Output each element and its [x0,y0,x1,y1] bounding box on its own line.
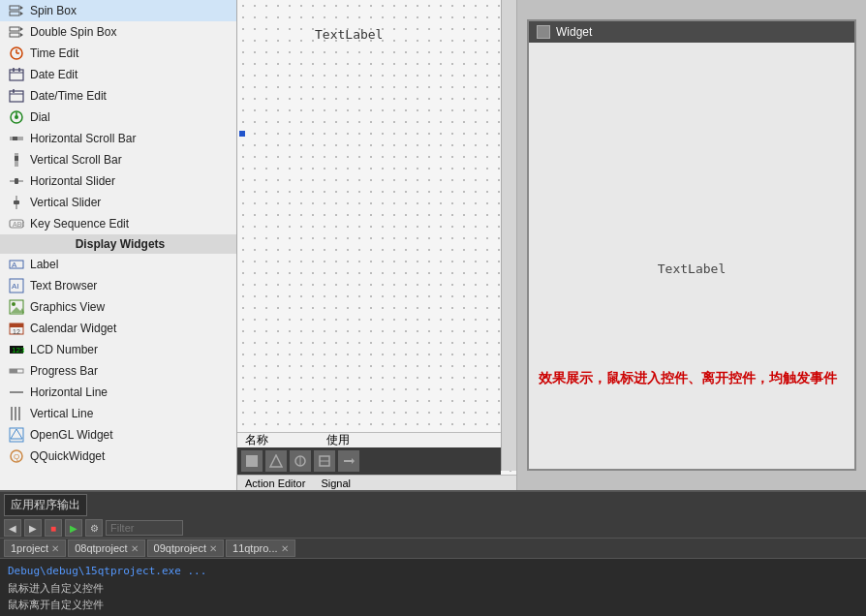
console-btn-stop[interactable]: ■ [45,519,62,537]
sidebar-item-text-browser[interactable]: AI Text Browser [0,275,236,296]
bottom-tab-2[interactable]: Signal [321,477,351,489]
sidebar-label-hscroll: Horizontal Scroll Bar [30,132,136,145]
widget-text-label: TextLabel [658,262,726,276]
properties-col1: 名称 [245,432,268,448]
sidebar-item-spin-box[interactable]: Spin Box [0,0,236,21]
svg-rect-53 [246,455,258,467]
sidebar-item-time-edit[interactable]: Time Edit [0,43,236,64]
project-tab-3[interactable]: 11qtpro... ✕ [226,539,294,557]
project-tab-2[interactable]: 09qtproject ✕ [147,539,224,557]
project-tab-0[interactable]: 1project ✕ [4,539,66,557]
bottom-tab-1[interactable]: Action Editor [245,477,305,489]
console-content: Debug\debug\15qtproject.exe ... 鼠标进入自定义控… [0,559,866,616]
console-filter-input[interactable] [106,520,183,536]
sidebar-label-vline: Vertical Line [30,407,93,420]
sidebar-label-opengl: OpenGL Widget [30,428,113,442]
project-tab-3-close[interactable]: ✕ [281,543,289,554]
canvas-text-label: TextLabel [315,27,383,42]
svg-text:12: 12 [13,328,20,335]
console-btn-restart[interactable]: ▶ [65,519,82,537]
svg-text:ABC: ABC [13,221,24,228]
sidebar-label-date-edit: Date Edit [30,68,77,81]
key-icon: ABC [8,215,25,232]
sidebar-label-key: Key Sequence Edit [30,217,129,231]
svg-rect-28 [14,200,19,204]
toolbar-icon-4[interactable] [314,450,335,472]
console-btn-left[interactable]: ◀ [4,519,21,537]
canvas-blue-dot [239,131,245,137]
sidebar-item-vertical-scroll-bar[interactable]: Vertical Scroll Bar [0,149,236,170]
svg-marker-5 [20,27,23,31]
sidebar-item-horizontal-scroll-bar[interactable]: Horizontal Scroll Bar [0,128,236,149]
dial-icon [8,108,25,126]
label-icon: A [8,256,25,273]
sidebar-item-horizontal-line[interactable]: Horizontal Line [0,382,236,403]
sidebar-item-calendar-widget[interactable]: 12 Calendar Widget [0,318,236,339]
svg-text:123: 123 [12,346,24,354]
project-tab-1-close[interactable]: ✕ [131,543,139,554]
sidebar-label-lcd: LCD Number [30,343,98,356]
widget-chinese-text: 效果展示，鼠标进入控件、离开控件，均触发事件 [539,370,845,387]
toolbar-icon-5[interactable] [338,450,359,472]
top-area: Spin Box Double Spin Box Time Edit Date … [0,0,866,490]
sidebar-item-dial[interactable]: Dial [0,107,236,128]
project-tab-1[interactable]: 08qtproject ✕ [68,539,144,557]
sidebar-item-label[interactable]: A Label [0,254,236,275]
widget-panel: Widget TextLabel 效果展示，鼠标进入控件、离开控件，均触发事件 [527,19,856,471]
sidebar-label-time-edit: Time Edit [30,46,78,60]
sidebar-item-lcd-number[interactable]: 123 LCD Number [0,339,236,360]
spin-icon [8,2,25,19]
sidebar-label-double-spin-box: Double Spin Box [30,25,116,39]
svg-point-36 [12,302,15,306]
sidebar-label-qquick: QQuickWidget [30,449,105,463]
vslider-icon [8,194,25,211]
properties-header: 名称 使用 [237,432,501,447]
time-icon [8,45,25,62]
sidebar-item-key-sequence-edit[interactable]: ABC Key Sequence Edit [0,213,236,234]
svg-text:AI: AI [12,282,19,291]
vline-icon [8,405,25,422]
svg-rect-39 [10,323,23,327]
svg-rect-49 [10,428,23,442]
date-icon [8,66,25,83]
svg-marker-54 [270,455,282,467]
toolbar-icon-1[interactable] [241,450,263,472]
sidebar-item-progress-bar[interactable]: Progress Bar [0,360,236,382]
sidebar-item-horizontal-slider[interactable]: Horizontal Slider [0,170,236,192]
sidebar-item-opengl-widget[interactable]: OpenGL Widget [0,424,236,446]
console-btn-right[interactable]: ▶ [24,519,42,537]
hscroll-icon [8,130,25,147]
bottom-area: 应用程序输出 ◀ ▶ ■ ▶ ⚙ 1project ✕ 08qtproject … [0,490,866,616]
sidebar-item-double-spin-box[interactable]: Double Spin Box [0,21,236,43]
toolbar-icon-3[interactable] [290,450,311,472]
widget-titlebar: Widget [529,21,854,43]
svg-rect-22 [13,137,17,140]
widget-content: TextLabel 效果展示，鼠标进入控件、离开控件，均触发事件 [529,43,854,465]
project-tab-2-close[interactable]: ✕ [209,543,217,554]
graphics-icon [8,298,25,316]
project-tab-0-close[interactable]: ✕ [51,543,59,554]
sidebar-label-hslider: Horizontal Slider [30,174,115,188]
svg-marker-1 [20,6,23,10]
sidebar-item-graphics-view[interactable]: Graphics View [0,296,236,318]
lcd-icon: 123 [8,341,25,358]
sidebar-item-qquick-widget[interactable]: Q QQuickWidget [0,446,236,467]
sidebar-item-vertical-slider[interactable]: Vertical Slider [0,192,236,213]
sidebar-item-vertical-line[interactable]: Vertical Line [0,403,236,424]
double-spin-icon [8,23,25,41]
svg-marker-2 [20,12,23,15]
sidebar-item-datetime-edit[interactable]: Date/Time Edit [0,85,236,107]
toolbar-icon-2[interactable] [265,450,287,472]
sidebar-item-date-edit[interactable]: Date Edit [0,64,236,85]
console-tabs: 应用程序输出 [0,492,866,518]
console-btn-settings[interactable]: ⚙ [85,519,103,537]
progress-icon [8,362,25,380]
svg-rect-4 [10,27,19,31]
project-tabs: 1project ✕ 08qtproject ✕ 09qtproject ✕ 1… [0,539,866,559]
canvas-toolbar [237,447,501,475]
console-title-tab[interactable]: 应用程序输出 [4,494,87,516]
canvas-scrollbar-right[interactable] [501,0,516,471]
opengl-icon [8,426,25,444]
svg-rect-0 [10,6,19,10]
sidebar-label-datetime-edit: Date/Time Edit [30,89,107,103]
